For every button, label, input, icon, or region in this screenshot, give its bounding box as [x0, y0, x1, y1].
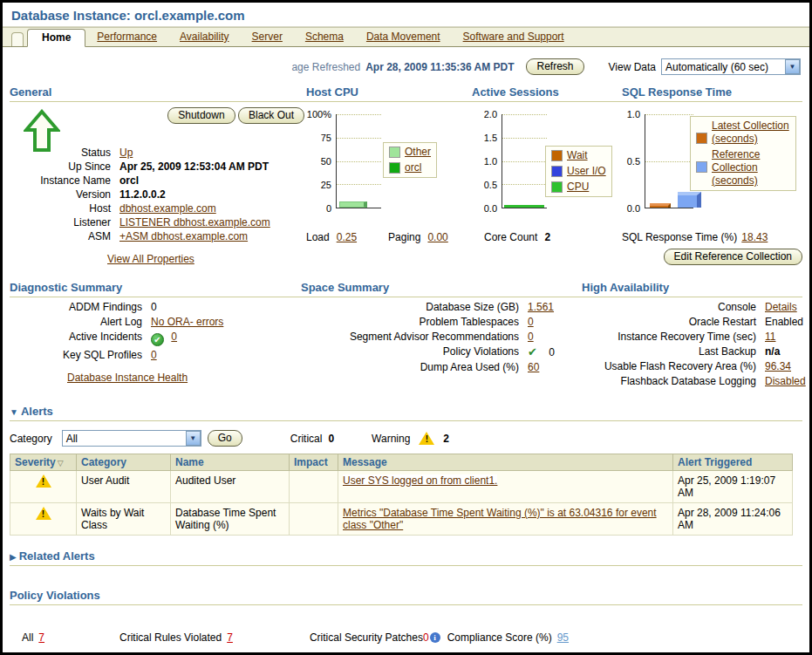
col-header-name[interactable]: Name [171, 454, 290, 471]
reference-collection-bar [678, 192, 701, 208]
high-availability-title: High Availability [582, 281, 802, 297]
col-header-category[interactable]: Category [77, 454, 171, 471]
related-alerts-heading[interactable]: ▶Related Alerts [10, 549, 802, 566]
legend-cpu-link[interactable]: CPU [567, 181, 589, 194]
refresh-button[interactable]: Refresh [526, 58, 583, 75]
col-header-alert-triggered[interactable]: Alert Triggered [673, 454, 793, 471]
console-details-link[interactable]: Details [765, 301, 806, 313]
go-button[interactable]: Go [208, 430, 242, 447]
dropdown-arrow-icon[interactable]: ▼ [785, 59, 800, 74]
sql-response-stat-link[interactable]: 18.43 [741, 231, 768, 243]
warning-icon: ! [419, 432, 434, 445]
field-label: Database Size (GB) [301, 301, 519, 313]
tab-data-movement[interactable]: Data Movement [366, 31, 440, 43]
usable-flash-recovery-area-link[interactable]: 96.34 [765, 360, 806, 372]
sql-response-plot [645, 114, 693, 208]
compliance-score-label: Compliance Score (%) [447, 631, 552, 644]
legend-wait-link[interactable]: Wait [567, 149, 588, 162]
collapse-triangle-icon[interactable]: ▼ [10, 407, 18, 417]
sql-response-stat-label: SQL Response Time (%) [622, 231, 737, 243]
col-header-impact[interactable]: Impact [290, 454, 338, 471]
active-sessions-plot [502, 114, 547, 208]
dropdown-arrow-icon[interactable]: ▼ [186, 431, 201, 446]
all-violations-link[interactable]: 7 [38, 631, 44, 644]
status-up-arrow-icon [24, 109, 60, 155]
flashback-database-logging-link[interactable]: Disabled [765, 375, 806, 387]
instance-recovery-time-link[interactable]: 11 [765, 331, 806, 343]
tab-software-and-support[interactable]: Software and Support [463, 31, 564, 43]
alert-message-link[interactable]: User SYS logged on from client1. [343, 474, 497, 487]
alerts-heading[interactable]: ▼Alerts [10, 405, 802, 421]
field-label: Version [10, 188, 111, 201]
database-instance-health-link[interactable]: Database Instance Health [67, 372, 188, 384]
tab-schema[interactable]: Schema [305, 31, 344, 43]
field-label: Console [582, 301, 756, 313]
host-value-link[interactable]: dbhost.example.com [119, 202, 306, 215]
category-label: Category [10, 433, 52, 445]
alerts-section: ▼Alerts Category All ▼ Go Critical 0 War… [3, 387, 809, 447]
ytick: 0 [326, 203, 331, 214]
col-header-message[interactable]: Message [338, 454, 673, 471]
compliance-score-link[interactable]: 95 [557, 631, 569, 644]
active-sessions-legend: Wait User I/O CPU [545, 146, 612, 197]
legend-other-link[interactable]: Other [405, 146, 431, 159]
shutdown-button[interactable]: Shutdown [167, 107, 235, 124]
tab-home[interactable]: Home [27, 29, 85, 47]
view-all-properties-link[interactable]: View All Properties [107, 253, 194, 265]
legend-user-io-link[interactable]: User I/O [567, 165, 606, 178]
database-size-link[interactable]: 1.561 [528, 301, 582, 313]
policy-violations-section: Policy Violations [3, 566, 809, 605]
category-select[interactable]: All ▼ [62, 430, 201, 447]
field-label: Alert Log [10, 316, 142, 328]
tab-stub [11, 32, 24, 46]
blackout-button[interactable]: Black Out [238, 107, 304, 124]
sort-desc-icon[interactable]: ▽ [58, 459, 64, 467]
critical-rules-violated-link[interactable]: 7 [227, 631, 233, 644]
ytick: 1.5 [484, 133, 497, 143]
up-since-value: Apr 25, 2009 12:53:04 AM PDT [119, 160, 306, 173]
dump-area-used-link[interactable]: 60 [528, 361, 582, 373]
tab-performance[interactable]: Performance [97, 31, 157, 43]
tab-availability[interactable]: Availability [180, 31, 229, 43]
category-cell: User Audit [77, 471, 171, 503]
critical-label: Critical [290, 433, 323, 445]
field-label: Up Since [10, 160, 111, 173]
page-title: Database Instance: orcl.example.com [11, 8, 801, 23]
diagnostic-summary-section: Diagnostic Summary ADDM Findings 0 Alert… [10, 281, 301, 387]
paging-value-link[interactable]: 0.00 [427, 231, 447, 243]
general-title: General [10, 85, 306, 102]
legend-latest-collection-link[interactable]: Latest Collection (seconds) [712, 119, 790, 146]
problem-tablespaces-link[interactable]: 0 [528, 316, 582, 328]
related-alerts-section: ▶Related Alerts [3, 536, 809, 566]
legend-orcl-link[interactable]: orcl [405, 161, 421, 174]
key-sql-profiles-link[interactable]: 0 [151, 349, 301, 361]
load-value-link[interactable]: 0.25 [337, 231, 357, 243]
space-summary-title: Space Summary [301, 281, 582, 297]
cpu-swatch-icon [551, 181, 563, 193]
view-data-select[interactable]: Automatically (60 sec) ▼ [661, 58, 801, 75]
category-value: All [66, 433, 78, 445]
col-header-severity[interactable]: Severity▽ [10, 454, 77, 471]
instance-name-value: orcl [119, 174, 306, 187]
active-incidents-link[interactable]: 0 [171, 331, 177, 343]
listener-value-link[interactable]: LISTENER dbhost.example.com [119, 216, 306, 229]
tab-server[interactable]: Server [252, 31, 283, 43]
info-icon[interactable]: i [430, 632, 440, 643]
ytick: 100% [307, 109, 331, 119]
segment-advisor-recommendations-link[interactable]: 0 [528, 331, 582, 343]
status-value-link[interactable]: Up [119, 147, 306, 159]
edit-reference-collection-button[interactable]: Edit Reference Collection [664, 249, 802, 265]
legend-reference-collection-link[interactable]: Reference Collection (seconds) [712, 148, 790, 188]
category-cell: Waits by Wait Class [77, 503, 171, 536]
alert-message-link[interactable]: Metrics "Database Time Spent Waiting (%)… [343, 507, 657, 531]
expand-triangle-icon[interactable]: ▶ [10, 552, 17, 562]
warning-icon: ! [36, 474, 51, 488]
active-sessions-section: Active Sessions 2.0 1.5 1.0 0.5 0.0 [472, 85, 622, 265]
oracle-restart-value: Enabled [765, 316, 806, 328]
title-bar: Database Instance: orcl.example.com [3, 3, 809, 27]
host-cpu-section: Host CPU 100% 75 50 25 0 Othe [306, 85, 472, 265]
asm-value-link[interactable]: +ASM dbhost.example.com [119, 230, 306, 242]
field-label: Dump Area Used (%) [301, 361, 519, 373]
critical-count: 0 [328, 433, 334, 445]
alert-log-link[interactable]: No ORA- errors [151, 316, 301, 328]
